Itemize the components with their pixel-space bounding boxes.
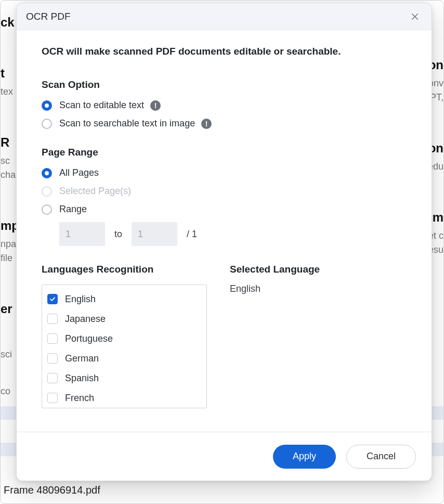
radio-checked-icon [42,100,52,111]
checkbox-unchecked-icon [47,314,58,324]
close-icon [410,12,420,21]
language-item-label: Spanish [65,373,99,384]
language-item[interactable]: Portuguese [47,329,206,348]
page-range-selected: Selected Page(s) [42,186,407,197]
languages-title: Languages Recognition [42,264,207,275]
bg-filename: Frame 48096914.pdf [4,484,100,496]
bg-left-strip: ck t tex R sc cha mp npa file er sci co [1,1,16,503]
bg-frag: co [1,384,16,398]
selected-language-value: English [230,283,320,294]
languages-list[interactable]: EnglishJapanesePortugueseGermanSpanishFr… [42,285,207,408]
language-item-label: Portuguese [65,333,113,344]
bg-frag: er [1,302,16,316]
modal-body: OCR will make scanned PDF documents edit… [17,30,432,432]
radio-unchecked-icon [42,204,52,215]
scan-option-searchable[interactable]: Scan to searchable text in image ! [42,118,407,129]
radio-disabled-icon [42,186,52,197]
bg-right-strip: on onv PT, on edu em et c esu [431,1,443,503]
language-item-label: French [65,393,94,404]
page-range-range[interactable]: Range [42,204,407,215]
range-to-label: to [114,229,122,240]
language-item-label: German [65,353,99,364]
selected-language-title: Selected Language [230,264,320,275]
modal-title: OCR PDF [26,11,71,22]
bg-frag: file [1,251,16,265]
page-range-section: Page Range All Pages Selected Page(s) Ra… [42,147,407,246]
cancel-button[interactable]: Cancel [346,445,416,469]
languages-section: Languages Recognition EnglishJapanesePor… [42,264,407,408]
checkbox-checked-icon [47,294,58,304]
checkbox-unchecked-icon [47,373,58,383]
bg-frag: et c [431,229,443,243]
checkbox-unchecked-icon [47,393,58,403]
language-item[interactable]: English [47,289,206,309]
page-range-all[interactable]: All Pages [42,167,407,178]
bg-frag: t [1,66,16,81]
apply-button[interactable]: Apply [273,445,336,469]
scan-option-editable-label: Scan to editable text [59,100,144,111]
language-item[interactable]: Spanish [47,368,206,388]
bg-frag: on [431,141,443,156]
radio-unchecked-icon [42,119,52,129]
bg-frag: mp [1,218,16,233]
language-item-label: English [65,294,96,305]
intro-text: OCR will make scanned PDF documents edit… [42,46,407,57]
scan-option-title: Scan Option [42,79,407,91]
language-item[interactable]: Italian [47,408,206,408]
radio-checked-icon [42,168,52,178]
bg-frag: cha [1,168,16,182]
scan-option-section: Scan Option Scan to editable text ! Scan… [42,79,407,129]
page-range-range-label: Range [59,204,87,215]
bg-frag: em [431,210,443,225]
bg-frag: npa [1,237,16,251]
checkbox-unchecked-icon [47,353,58,364]
bg-frag: onv [431,76,443,91]
bg-frag: esu [431,243,443,257]
ocr-pdf-modal: OCR PDF OCR will make scanned PDF docume… [16,3,432,481]
bg-frag: R [1,135,16,150]
info-icon[interactable]: ! [150,100,161,111]
scan-option-searchable-label: Scan to searchable text in image [59,118,195,129]
page-range-selected-label: Selected Page(s) [59,186,131,197]
bg-frag: edu [431,160,443,174]
modal-footer: Apply Cancel [17,432,432,481]
language-item[interactable]: French [47,388,206,408]
bg-frag: ck [1,15,16,30]
range-total-label: / 1 [187,229,197,240]
language-item[interactable]: Japanese [47,309,206,329]
range-from-input[interactable] [59,222,105,246]
page-range-title: Page Range [42,147,407,158]
range-to-input[interactable] [132,222,177,246]
checkbox-unchecked-icon [47,333,58,344]
close-button[interactable] [408,9,422,24]
scan-option-editable[interactable]: Scan to editable text ! [42,100,407,111]
bg-frag: sc [1,154,16,168]
bg-frag: on [431,58,443,72]
language-item[interactable]: German [47,348,206,368]
bg-frag: tex [1,85,16,99]
info-icon[interactable]: ! [201,119,212,129]
modal-header: OCR PDF [17,3,432,30]
bg-frag: sci [1,347,16,361]
range-inputs: to / 1 [59,222,407,246]
language-item-label: Japanese [65,314,106,325]
page-range-all-label: All Pages [59,167,99,178]
bg-frag: PT, [431,91,443,105]
